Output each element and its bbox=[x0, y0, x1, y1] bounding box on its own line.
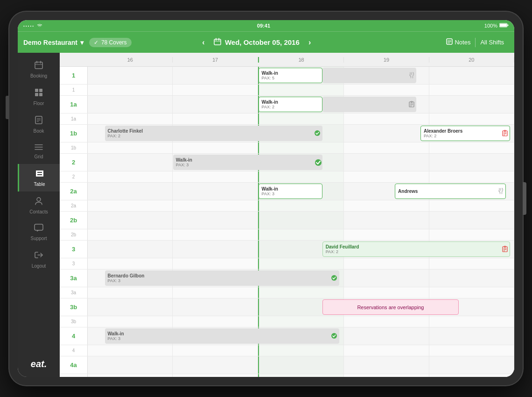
sidebar-item-booking[interactable]: Booking bbox=[18, 56, 60, 83]
sub-cell-1a-2 bbox=[258, 113, 344, 124]
reservation-3-0[interactable]: David FeuillardPAX: 2 bbox=[322, 241, 510, 257]
sub-cell-4-1 bbox=[173, 345, 258, 356]
grid-label: Grid bbox=[35, 154, 43, 159]
sub-cell-3b-4 bbox=[429, 316, 514, 327]
sub-cell-1b-2 bbox=[258, 142, 344, 153]
book-label: Book bbox=[34, 128, 44, 134]
reservation-3a-0[interactable]: Bernardo GilbonPAX: 3 bbox=[105, 270, 340, 286]
table-row-4a[interactable]: 4a bbox=[60, 356, 514, 374]
cell-3b-0 bbox=[88, 298, 173, 316]
time-header-19: 19 bbox=[344, 57, 429, 63]
svg-rect-32 bbox=[35, 224, 43, 230]
sub-cell-1b-1 bbox=[173, 142, 258, 153]
row-cells-3a: Bernardo GilbonPAX: 3 bbox=[88, 269, 514, 287]
restaurant-name: Demo Restaurant bbox=[23, 39, 77, 46]
row-cells-3: David FeuillardPAX: 2 bbox=[88, 241, 514, 258]
sub-cell-3b-2 bbox=[258, 316, 344, 327]
row-cells-4: Walk-inPAX: 3 bbox=[88, 327, 514, 345]
cell-3-0 bbox=[88, 241, 173, 258]
sub-cell-1a-4 bbox=[429, 113, 514, 124]
cell-2a-1 bbox=[173, 183, 258, 200]
content-area: 1617181920 1Walk-inPAX: 511aWalk-inPAX: … bbox=[60, 53, 514, 377]
time-header-18: 18 bbox=[258, 57, 344, 63]
table-row-1[interactable]: 1Walk-inPAX: 5 bbox=[60, 67, 514, 85]
sidebar: Booking Floor Book bbox=[18, 53, 60, 377]
cell-1a-1 bbox=[173, 96, 258, 113]
table-row-2a[interactable]: 2aWalk-inPAX: 3Andrews bbox=[60, 183, 514, 200]
table-sub-row-3b: 3b bbox=[60, 316, 514, 327]
svg-rect-17 bbox=[35, 93, 38, 96]
table-row-2[interactable]: 2Walk-inPAX: 3 bbox=[60, 154, 514, 171]
sub-cell-2-3 bbox=[344, 171, 429, 182]
reservation-1a-0[interactable]: Walk-inPAX: 2 bbox=[259, 97, 322, 112]
reservation-2-0[interactable]: Walk-inPAX: 3 bbox=[173, 155, 322, 170]
row-label-3b: 3b bbox=[60, 298, 88, 316]
svg-rect-16 bbox=[39, 89, 42, 92]
notes-button[interactable]: Notes bbox=[441, 35, 475, 49]
main-area: Booking Floor Book bbox=[18, 53, 514, 377]
reservation-3b-0[interactable]: Reservations are overlapping bbox=[322, 299, 459, 315]
cell-4a-3 bbox=[344, 356, 429, 374]
reservation-2a-1[interactable]: Andrews bbox=[395, 184, 506, 199]
sub-cell-2b-2 bbox=[258, 229, 344, 240]
prev-date-button[interactable]: ‹ bbox=[197, 36, 210, 49]
dropdown-icon: ▾ bbox=[80, 39, 84, 46]
cell-1a-4 bbox=[429, 96, 514, 113]
cell-3b-1 bbox=[173, 298, 258, 316]
reservation-1b-0[interactable]: Charlotte FinkelPAX: 2 bbox=[105, 126, 322, 141]
sidebar-item-logout[interactable]: Logout bbox=[18, 246, 60, 273]
row-cells-2: Walk-inPAX: 3 bbox=[88, 154, 514, 171]
booking-label: Booking bbox=[30, 73, 47, 78]
logout-label: Logout bbox=[32, 263, 46, 269]
next-date-button[interactable]: › bbox=[303, 36, 316, 49]
check-circle-icon: ✓ bbox=[94, 39, 98, 46]
sub-row-cells-2b bbox=[88, 229, 514, 240]
reservation-4-0[interactable]: Walk-inPAX: 3 bbox=[105, 328, 340, 344]
sub-cell-3a-1 bbox=[173, 287, 258, 298]
table-row-1b[interactable]: 1bCharlotte FinkelPAX: 2Alexander Broers… bbox=[60, 125, 514, 142]
table-sub-row-4a: 4a bbox=[60, 374, 514, 377]
time-slots-header: 1617181920 bbox=[88, 57, 514, 63]
sub-cell-4a-1 bbox=[173, 374, 258, 377]
table-row-1a[interactable]: 1aWalk-inPAX: 2 bbox=[60, 96, 514, 113]
sidebar-item-floor[interactable]: Floor bbox=[18, 83, 60, 111]
reservation-1-1[interactable] bbox=[322, 68, 416, 83]
sidebar-item-support[interactable]: Support bbox=[18, 219, 60, 246]
sidebar-item-grid[interactable]: Grid bbox=[18, 138, 60, 164]
svg-rect-11 bbox=[35, 62, 42, 69]
all-shifts-button[interactable]: All Shifts bbox=[476, 36, 509, 49]
sub-row-cells-1b bbox=[88, 142, 514, 153]
table-row-4[interactable]: 4Walk-inPAX: 3 bbox=[60, 327, 514, 345]
sub-row-cells-1a bbox=[88, 113, 514, 124]
sub-cell-3-1 bbox=[173, 258, 258, 269]
table-row-3a[interactable]: 3aBernardo GilbonPAX: 3 bbox=[60, 269, 514, 287]
sub-cell-3-2 bbox=[258, 258, 344, 269]
reservation-1b-1[interactable]: Alexander BroersPAX: 2 bbox=[420, 126, 510, 141]
svg-rect-30 bbox=[42, 170, 43, 177]
sub-row-cells-3b bbox=[88, 316, 514, 327]
cell-2b-0 bbox=[88, 212, 173, 229]
sub-cell-2b-0 bbox=[88, 229, 173, 240]
time-header-20: 20 bbox=[429, 57, 514, 63]
sub-row-label-3a: 3a bbox=[60, 287, 88, 298]
sidebar-item-contacts[interactable]: Contacts bbox=[18, 191, 60, 219]
table-row-3[interactable]: 3David FeuillardPAX: 2 bbox=[60, 241, 514, 258]
sub-row-label-4: 4 bbox=[60, 345, 88, 356]
sub-cell-2b-1 bbox=[173, 229, 258, 240]
svg-rect-3 bbox=[214, 39, 221, 45]
table-rows-container[interactable]: 1Walk-inPAX: 511aWalk-inPAX: 21a1bCharlo… bbox=[60, 67, 514, 377]
reservation-1-0[interactable]: Walk-inPAX: 5 bbox=[259, 68, 322, 83]
sidebar-item-table[interactable]: Table bbox=[18, 164, 60, 191]
sidebar-item-book[interactable]: Book bbox=[18, 111, 60, 138]
cell-1-0 bbox=[88, 67, 173, 84]
reservation-1a-1[interactable] bbox=[322, 97, 416, 112]
row-label-2b: 2b bbox=[60, 212, 88, 229]
cell-4a-4 bbox=[429, 356, 514, 374]
reservation-2-1[interactable] bbox=[314, 155, 323, 170]
restaurant-selector[interactable]: Demo Restaurant ▾ bbox=[23, 39, 84, 46]
reservation-2a-0[interactable]: Walk-inPAX: 3 bbox=[259, 184, 322, 199]
grid-icon bbox=[34, 143, 43, 153]
table-row-3b[interactable]: 3bReservations are overlapping bbox=[60, 298, 514, 316]
table-row-2b[interactable]: 2b bbox=[60, 212, 514, 229]
row-label-3: 3 bbox=[60, 241, 88, 258]
